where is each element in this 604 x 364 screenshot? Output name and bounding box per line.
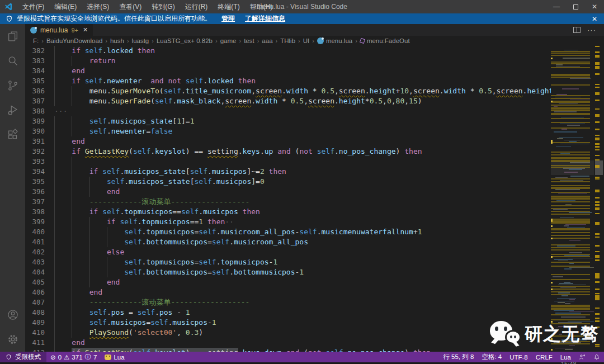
banner-close-icon[interactable]: ✕ [592,15,597,23]
breadcrumb-item[interactable]: aaa [262,37,272,44]
more-actions-icon[interactable]: ··· [587,26,596,34]
line-number[interactable]: 391 [25,136,54,146]
line-number[interactable]: 399 [25,217,54,227]
code-line[interactable]: 399if self.topmusicpos==1 then·· [25,217,604,227]
code-line[interactable]: 402else [25,247,604,257]
breadcrumb-item[interactable]: hush [110,37,124,44]
code-line[interactable]: 409self.musicpos=self.musicpos-1 [25,318,604,328]
notifications-bell-icon[interactable] [589,352,604,362]
learn-more-link[interactable]: 了解详细信息 [245,14,285,23]
code-line[interactable]: 400self.topmusicpos=self.musicroom_all_p… [25,227,604,237]
code-line[interactable]: 390self.newenter=false [25,126,604,136]
code-line[interactable]: 389self.musicpos_state[1]=1 [25,116,604,126]
line-number[interactable]: 385 [25,76,54,86]
menubar-item[interactable]: 终端(T) [213,0,244,13]
code-line[interactable]: 403self.topmusicpos=self.topmusicpos-1 [25,257,604,267]
line-number[interactable]: 383 [25,56,54,66]
code-line[interactable]: 382if self.locked then [25,46,604,56]
minimize-button[interactable]: — [547,0,566,13]
code-line[interactable]: 392if GetLastKey(self.keyslot) == settin… [25,146,604,157]
line-number[interactable]: 403 [25,257,54,267]
encoding-status[interactable]: UTF-8 [506,352,532,362]
close-window-button[interactable]: ✕ [585,0,604,13]
breadcrumb-item[interactable]: LuaSTG_ex+ 0.82b [157,37,213,44]
breadcrumb-item[interactable]: BaiduYunDownload [46,37,102,44]
code-line[interactable]: 411end [25,338,604,348]
code-line[interactable]: 391end [25,136,604,146]
explorer-icon[interactable] [0,24,25,49]
code-line[interactable]: 383return [25,56,604,66]
feedback-icon[interactable] [575,352,589,362]
code-line[interactable]: 385if self.newenter and not self.locked … [25,76,604,86]
code-line[interactable]: 395self.musicpos_state[self.musicpos]=0 [25,177,604,187]
eol-status[interactable]: CRLF [532,352,556,362]
line-number[interactable]: 408 [25,308,54,318]
code-line[interactable]: 394if self.musicpos_state[self.musicpos]… [25,167,604,177]
cursor-position[interactable]: 行 55, 列 8 [439,352,478,362]
menubar-item[interactable]: 选择(S) [82,0,114,13]
code-line[interactable]: 388··· [25,106,604,116]
breadcrumb-item[interactable]: menu:FadeOut [360,37,410,44]
line-number[interactable]: 392 [25,146,54,157]
line-number[interactable]: 410 [25,328,54,338]
code-line[interactable]: 387menu.SuperFade(self.mask_black,screen… [25,96,604,106]
line-number[interactable]: 386 [25,86,54,96]
breadcrumb-item[interactable]: THlib [280,37,295,44]
code-line[interactable]: 384end [25,66,604,76]
menubar-item[interactable]: 运行(R) [180,0,213,13]
restricted-mode-status[interactable]: 受限模式 [0,352,46,362]
line-number[interactable]: 405 [25,277,54,287]
code-line[interactable]: 412if GetLastKey(self.keyslot) == settin… [25,348,604,352]
settings-gear-icon[interactable] [0,327,25,352]
line-number[interactable]: 395 [25,177,54,187]
account-icon[interactable] [0,302,25,327]
tab-menu-lua[interactable]: menu.lua 9+ ✕ [25,24,93,36]
code-line[interactable]: 386menu.SuperMoveTo(self.title_musicroom… [25,86,604,96]
menubar-item[interactable]: 转到(G) [147,0,180,13]
code-line[interactable]: 410PlaySound('select00', 0.3) [25,328,604,338]
line-number[interactable]: 390 [25,126,54,136]
line-number[interactable]: 402 [25,247,54,257]
indentation-status[interactable]: 空格: 4 [478,352,506,362]
line-number[interactable]: 409 [25,318,54,328]
extensions-icon[interactable] [0,122,25,147]
breadcrumb-item[interactable]: game [220,37,237,44]
line-number[interactable]: 393 [25,157,54,167]
problems-status[interactable]: ⊘ 0 ⚠ 371 ⓘ 7 [46,352,101,362]
menubar-item[interactable]: 查看(V) [114,0,147,13]
line-number[interactable]: 389 [25,116,54,126]
code-line[interactable]: 396end [25,187,604,197]
line-number[interactable]: 401 [25,237,54,247]
editor[interactable]: 382if self.locked then383return384end385… [25,46,604,352]
code-line[interactable]: 406end [25,287,604,297]
breadcrumb-item[interactable]: test [244,37,254,44]
breadcrumb-item[interactable]: F: [33,37,39,44]
code-line[interactable]: 393 [25,157,604,167]
line-number[interactable]: 398 [25,207,54,217]
code-line[interactable]: 405end [25,277,604,287]
line-number[interactable]: 404 [25,267,54,277]
menubar-item[interactable]: 帮助(H) [245,0,278,13]
source-control-icon[interactable] [0,73,25,98]
line-number[interactable]: 396 [25,187,54,197]
line-number[interactable]: 397 [25,197,54,207]
menubar-item[interactable]: 文件(F) [17,0,49,13]
line-number[interactable]: 411 [25,338,54,348]
line-number[interactable]: 406 [25,287,54,297]
lua-server-status[interactable]: Lua [101,352,128,362]
tab-close-icon[interactable]: ✕ [83,26,88,34]
code-line[interactable]: 408self.pos = self.pos - 1 [25,308,604,318]
line-number[interactable]: 412 [25,348,54,352]
maximize-button[interactable] [566,0,585,13]
menubar-item[interactable]: 编辑(E) [49,0,82,13]
code-line[interactable]: 407------------滚动菜单------------------ [25,297,604,308]
line-number[interactable]: 388 [25,106,54,116]
line-number[interactable]: 384 [25,66,54,76]
breadcrumb-item[interactable]: menu.lua [317,37,352,44]
breadcrumb-item[interactable]: UI [303,37,310,44]
breadcrumb-item[interactable]: luastg [132,37,149,44]
code-line[interactable]: 398if self.topmusicpos==self.musicpos th… [25,207,604,217]
line-number[interactable]: 387 [25,96,54,106]
code-line[interactable]: 397------------滚动菜单------------------ [25,197,604,207]
search-icon[interactable] [0,49,25,73]
